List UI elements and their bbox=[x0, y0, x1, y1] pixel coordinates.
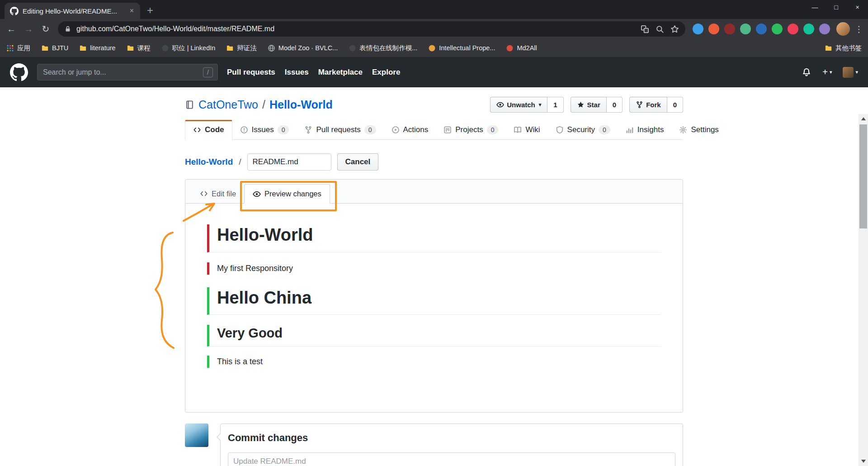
user-menu[interactable]: ▾ bbox=[843, 67, 858, 78]
bookmark-item[interactable]: Intellectual Prope... bbox=[428, 44, 495, 52]
fork-label: Fork bbox=[646, 101, 661, 109]
issues-count-badge: 0 bbox=[278, 125, 289, 134]
preview-changes-tab-label: Preview changes bbox=[264, 190, 321, 198]
folder-icon bbox=[41, 44, 49, 52]
commit-message-input[interactable] bbox=[228, 452, 675, 466]
bookmark-item[interactable]: 课程 bbox=[127, 44, 151, 52]
tab-issues[interactable]: Issues 0 bbox=[232, 120, 297, 139]
reload-button[interactable]: ↻ bbox=[38, 21, 53, 37]
cancel-button[interactable]: Cancel bbox=[337, 153, 379, 171]
bookmark-label: 表情包在线制作模... bbox=[359, 44, 417, 52]
tab-insights[interactable]: Insights bbox=[618, 120, 672, 139]
preview-heading-removed: Hello-World bbox=[207, 224, 661, 252]
bookmark-star-icon[interactable] bbox=[670, 25, 679, 33]
extension-icon[interactable] bbox=[693, 24, 703, 34]
site-icon bbox=[428, 44, 436, 52]
browser-profile-avatar[interactable] bbox=[836, 22, 850, 36]
fork-button[interactable]: Fork bbox=[629, 97, 667, 113]
extension-icon[interactable] bbox=[740, 24, 751, 34]
tab-code[interactable]: Code bbox=[185, 120, 232, 140]
watchers-count[interactable]: 1 bbox=[547, 97, 563, 113]
github-search-input[interactable] bbox=[42, 68, 199, 77]
scrollbar-thumb[interactable] bbox=[859, 124, 867, 228]
tab-pull-requests[interactable]: Pull requests 0 bbox=[297, 120, 383, 139]
globe-icon bbox=[268, 44, 275, 52]
browser-menu-icon[interactable]: ⋮ bbox=[854, 21, 864, 37]
filename-input[interactable] bbox=[247, 153, 331, 171]
extensions-area bbox=[693, 24, 830, 34]
find-in-page-icon[interactable] bbox=[656, 25, 664, 33]
extension-icon[interactable] bbox=[708, 24, 719, 34]
bookmark-item[interactable]: Model Zoo · BVLC... bbox=[268, 44, 338, 52]
edit-file-tab[interactable]: Edit file bbox=[192, 184, 244, 203]
translate-icon[interactable] bbox=[641, 25, 649, 33]
extension-icon[interactable] bbox=[803, 24, 814, 34]
scroll-down-arrow[interactable] bbox=[859, 456, 868, 466]
bookmark-item[interactable]: 辩证法 bbox=[226, 44, 257, 52]
projects-count-badge: 0 bbox=[487, 125, 499, 134]
nav-issues[interactable]: Issues bbox=[285, 68, 309, 77]
repo-actions: Unwatch ▾ 1 Star 0 Fork bbox=[490, 97, 683, 113]
bookmark-item[interactable]: 表情包在线制作模... bbox=[349, 44, 417, 52]
browser-tab[interactable]: Editing Hello-World/README... × bbox=[5, 3, 140, 19]
stars-count[interactable]: 0 bbox=[607, 97, 623, 113]
site-icon bbox=[506, 44, 514, 52]
tab-label: Issues bbox=[252, 125, 274, 134]
forward-button[interactable]: → bbox=[21, 21, 36, 37]
forks-count[interactable]: 0 bbox=[667, 97, 683, 113]
tab-actions[interactable]: Actions bbox=[384, 120, 436, 139]
unwatch-button[interactable]: Unwatch ▾ bbox=[490, 97, 547, 113]
bookmark-item[interactable]: BJTU bbox=[41, 44, 68, 52]
bookmark-item[interactable]: literature bbox=[79, 44, 115, 52]
nav-marketplace[interactable]: Marketplace bbox=[318, 68, 363, 77]
repo-owner-link[interactable]: CatOneTwo bbox=[198, 98, 258, 111]
preview-rendered-diff: Hello-World My first Responsitory Hello … bbox=[185, 204, 683, 412]
tab-settings[interactable]: Settings bbox=[671, 120, 726, 139]
window-controls: — □ × bbox=[804, 0, 868, 14]
maximize-button[interactable]: □ bbox=[826, 0, 847, 14]
user-avatar bbox=[185, 423, 208, 447]
folder-icon bbox=[79, 44, 87, 52]
close-button[interactable]: × bbox=[847, 0, 868, 14]
bookmark-item[interactable]: Md2All bbox=[506, 44, 537, 52]
nav-explore[interactable]: Explore bbox=[372, 68, 400, 77]
page-scrollbar[interactable] bbox=[859, 114, 868, 466]
star-button[interactable]: Star bbox=[571, 97, 607, 113]
create-new-menu[interactable]: + ▾ bbox=[822, 67, 832, 77]
repo-header: CatOneTwo / Hello-World Unwatch ▾ 1 St bbox=[185, 95, 683, 114]
back-button[interactable]: ← bbox=[4, 21, 19, 37]
bookmark-label: Md2All bbox=[517, 44, 537, 52]
breadcrumb-repo-link[interactable]: Hello-World bbox=[185, 157, 233, 167]
other-bookmarks[interactable]: 其他书签 bbox=[825, 44, 862, 52]
tab-label: Wiki bbox=[525, 125, 540, 134]
preview-changes-tab[interactable]: Preview changes bbox=[244, 184, 330, 204]
tab-security[interactable]: Security 0 bbox=[548, 120, 618, 139]
scroll-up-arrow[interactable] bbox=[859, 114, 868, 124]
user-avatar bbox=[843, 67, 854, 78]
minimize-button[interactable]: — bbox=[804, 0, 826, 14]
extension-icon[interactable] bbox=[724, 24, 735, 34]
tab-projects[interactable]: Projects 0 bbox=[436, 120, 506, 139]
new-tab-button[interactable]: + bbox=[142, 3, 158, 18]
breadcrumb-separator: / bbox=[239, 157, 241, 167]
extension-icon[interactable] bbox=[788, 24, 798, 34]
github-search-box[interactable]: / bbox=[37, 64, 218, 81]
extension-icon[interactable] bbox=[772, 24, 783, 34]
extension-icon[interactable] bbox=[819, 24, 830, 34]
bookmark-item[interactable]: 应用 bbox=[6, 44, 30, 52]
address-bar[interactable]: github.com/CatOneTwo/Hello-World/edit/ma… bbox=[58, 21, 685, 37]
nav-pull-requests[interactable]: Pull requests bbox=[227, 68, 275, 77]
github-logo-icon[interactable] bbox=[10, 63, 28, 81]
breadcrumb: Hello-World / Cancel bbox=[185, 153, 683, 171]
repo-name-link[interactable]: Hello-World bbox=[269, 98, 333, 111]
bookmark-label: 辩证法 bbox=[237, 44, 257, 52]
apps-grid-icon bbox=[6, 44, 14, 52]
bookmark-item[interactable]: 职位 | LinkedIn bbox=[161, 44, 216, 52]
tab-wiki[interactable]: Wiki bbox=[506, 120, 547, 139]
editor-tab-bar: Edit file Preview changes bbox=[185, 180, 683, 204]
extension-icon[interactable] bbox=[756, 24, 767, 34]
github-header-right: + ▾ ▾ bbox=[802, 67, 858, 78]
file-editor-panel: Edit file Preview changes Hello-World My… bbox=[185, 179, 683, 413]
tab-close-icon[interactable]: × bbox=[129, 7, 135, 15]
notifications-bell-icon[interactable] bbox=[802, 67, 811, 77]
